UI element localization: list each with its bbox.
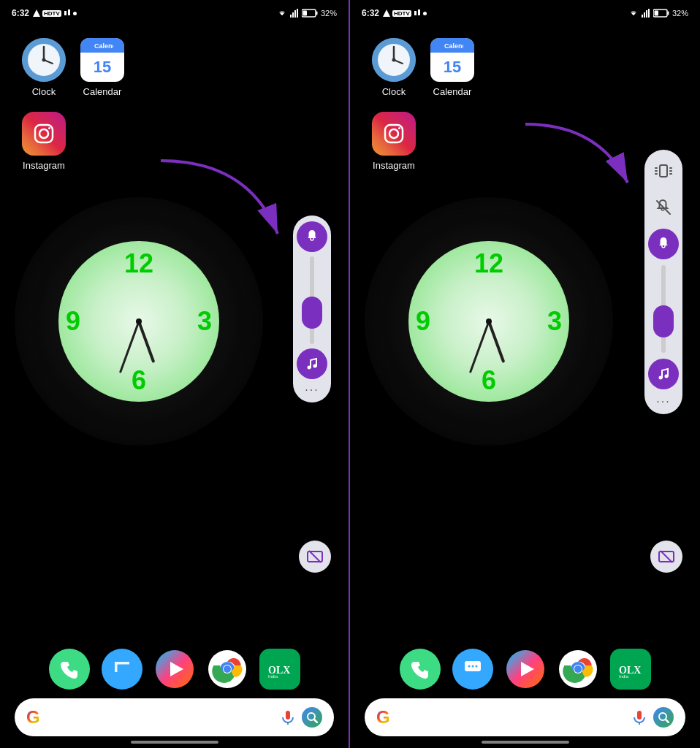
volume-slider-left[interactable] [310, 256, 314, 344]
mic-icon-left[interactable] [280, 709, 296, 725]
dock-olx-right[interactable]: OLX India [610, 649, 651, 690]
calendar-app-left[interactable]: Calendar 15 Calendar [80, 38, 124, 97]
svg-point-14 [42, 58, 46, 62]
svg-rect-5 [294, 10, 296, 18]
wifi-icon-left [277, 9, 287, 18]
clock-label-left: Clock [32, 86, 56, 97]
mute-icon-right [655, 199, 672, 216]
vinyl-inner-left: 12 9 3 6 [58, 241, 219, 402]
clock-icon-left[interactable] [22, 38, 66, 82]
bell-icon-left [304, 229, 320, 245]
dock-messages-right[interactable] [452, 649, 493, 690]
home-indicator-left [131, 741, 218, 744]
calendar-app-right[interactable]: Calendar 15 Calendar [430, 38, 474, 97]
music-icon-right [656, 367, 671, 381]
svg-rect-83 [637, 711, 642, 720]
calendar-icon-right[interactable]: Calendar 15 [430, 38, 474, 82]
volume-panel-expanded-right: ··· [644, 150, 682, 414]
dock-chrome-right[interactable] [558, 649, 598, 690]
clock-face-left: 12 9 3 6 [58, 241, 219, 402]
calendar-label-right: Calendar [433, 86, 472, 97]
status-right-left: 32% [277, 9, 337, 18]
calendar-label-left: Calendar [83, 86, 122, 97]
clock-icon-right[interactable] [372, 38, 416, 82]
battery-icon-left [302, 9, 318, 18]
instagram-row-left: Instagram [0, 104, 349, 178]
search-bar-left[interactable]: G [15, 698, 334, 736]
vibrate-icon-right [655, 162, 672, 180]
calendar-date-left: 15 [94, 53, 111, 82]
volume-bell-button-right[interactable] [648, 229, 679, 259]
clock-app-left[interactable]: Clock [22, 38, 66, 97]
calendar-icon-left[interactable]: Calendar 15 [80, 38, 124, 82]
svg-point-67 [665, 375, 669, 378]
status-time-left: 6:32 HDTV [12, 8, 77, 18]
svg-text:Calendar: Calendar [94, 42, 113, 50]
volume-track-right [661, 265, 666, 353]
dock-phone-left[interactable] [49, 649, 90, 690]
clock-hour-hand-right [487, 321, 505, 363]
svg-point-18 [48, 127, 50, 129]
right-phone-panel: 6:32 HDTV 32% [350, 0, 700, 748]
dock-play-right[interactable] [505, 649, 546, 690]
signal-icons-right: HDTV [382, 9, 427, 18]
volume-track-left [310, 256, 314, 344]
status-time-right: 6:32 HDTV [362, 8, 427, 18]
status-bar-right: 6:32 HDTV 32% [350, 0, 700, 23]
instagram-app-right[interactable]: Instagram [372, 112, 416, 171]
volume-thumb-left[interactable] [302, 297, 322, 329]
google-logo-right: G [376, 707, 390, 728]
svg-rect-41 [418, 9, 420, 15]
volume-more-left[interactable]: ··· [305, 383, 319, 397]
volume-slider-right[interactable] [661, 265, 666, 353]
caption-icon-right [658, 548, 675, 565]
dock-chrome-left[interactable] [207, 649, 248, 690]
lens-icon-right[interactable] [653, 707, 674, 728]
vibrate-button-right[interactable] [648, 156, 679, 186]
svg-point-80 [574, 665, 582, 673]
clock-3-right: 3 [547, 306, 562, 337]
clock-12-right: 12 [474, 248, 503, 279]
search-bar-right[interactable]: G [365, 698, 685, 736]
svg-rect-44 [646, 10, 647, 18]
clock-9-right: 9 [416, 306, 430, 337]
caption-button-right[interactable] [650, 541, 682, 573]
instagram-icon-left[interactable] [22, 112, 66, 156]
clock-6-right: 6 [482, 365, 496, 396]
instagram-icon-right[interactable] [372, 112, 416, 156]
svg-point-74 [475, 665, 477, 668]
instagram-app-left[interactable]: Instagram [22, 112, 66, 171]
svg-rect-3 [290, 15, 292, 18]
svg-point-32 [224, 665, 231, 673]
caption-button-left[interactable] [299, 541, 331, 573]
lens-icon-left[interactable] [302, 707, 322, 728]
dock-play-left[interactable] [154, 649, 195, 690]
notification-dot-left [73, 12, 77, 15]
signal-icon-right [642, 9, 650, 18]
svg-marker-39 [383, 9, 390, 17]
volume-more-right[interactable]: ··· [656, 395, 670, 408]
svg-point-19 [308, 366, 311, 370]
svg-point-57 [398, 127, 400, 129]
dock-phone-right[interactable] [400, 649, 441, 690]
mic-icon-right[interactable] [631, 709, 647, 725]
battery-pct-left: 32% [321, 9, 337, 18]
volume-music-button-left[interactable] [297, 348, 327, 379]
svg-point-20 [313, 365, 317, 368]
volume-bell-button-left[interactable] [297, 221, 327, 252]
dock-olx-left[interactable]: OLX India [259, 649, 300, 690]
vinyl-outer-left: 12 9 3 6 [15, 197, 263, 446]
clock-app-right[interactable]: Clock [372, 38, 416, 97]
svg-rect-35 [286, 711, 290, 720]
svg-line-86 [666, 720, 669, 722]
clock-widget-left: 12 9 3 6 [15, 197, 263, 446]
volume-thumb-right[interactable] [653, 305, 674, 337]
instagram-label-right: Instagram [373, 160, 415, 171]
volume-panel-left: ··· [293, 215, 331, 402]
mute-button-right[interactable] [648, 192, 679, 223]
wifi-icon-right [628, 9, 639, 18]
volume-music-button-right[interactable] [648, 359, 679, 389]
svg-point-53 [392, 58, 396, 62]
dock-messages-left[interactable] [102, 649, 142, 690]
calendar-date-right: 15 [444, 53, 461, 82]
